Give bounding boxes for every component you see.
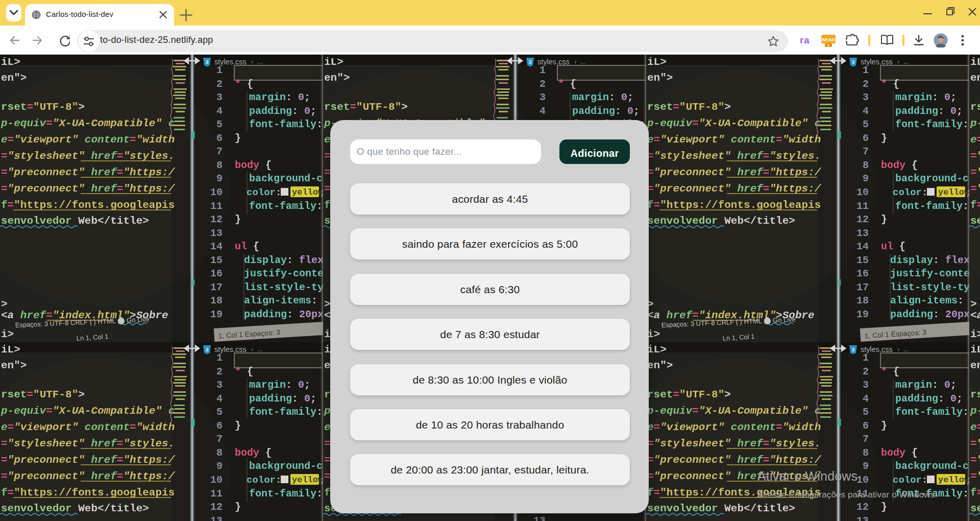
svg-text:READ: READ [822, 37, 836, 42]
